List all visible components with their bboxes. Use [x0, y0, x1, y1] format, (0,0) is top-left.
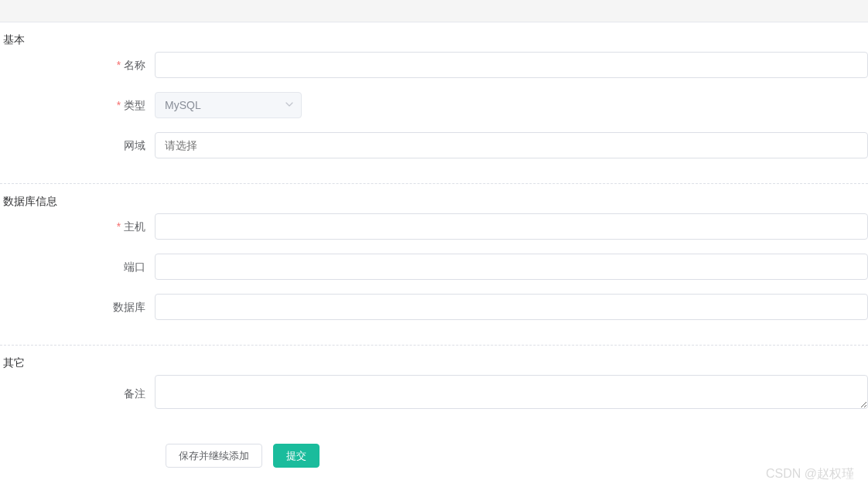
- textarea-remark[interactable]: [155, 375, 868, 409]
- section-basic-title: 基本: [0, 22, 868, 52]
- input-dbname[interactable]: [155, 294, 868, 320]
- row-type: 类型: [0, 92, 868, 118]
- label-type: 类型: [0, 92, 155, 118]
- top-bar: [0, 0, 868, 22]
- watermark: CSDN @赵权瑾: [766, 466, 854, 482]
- submit-button[interactable]: 提交: [273, 444, 320, 468]
- section-other-title: 其它: [0, 346, 868, 375]
- input-name[interactable]: [155, 52, 868, 78]
- label-remark: 备注: [0, 380, 155, 407]
- button-row: 保存并继续添加 提交: [0, 444, 868, 468]
- row-remark: 备注: [0, 375, 868, 411]
- label-name: 名称: [0, 52, 155, 78]
- section-basic: 基本 名称 类型 网域: [0, 22, 868, 177]
- section-database: 数据库信息 主机 端口 数据库: [0, 184, 868, 339]
- form-container: 基本 名称 类型 网域: [0, 22, 868, 468]
- row-port: 端口: [0, 254, 868, 280]
- select-type[interactable]: [155, 92, 302, 118]
- section-database-title: 数据库信息: [0, 184, 868, 213]
- select-type-wrapper: [155, 92, 302, 118]
- label-port: 端口: [0, 254, 155, 280]
- row-host: 主机: [0, 213, 868, 240]
- label-host: 主机: [0, 213, 155, 240]
- label-domain: 网域: [0, 132, 155, 158]
- row-dbname: 数据库: [0, 294, 868, 320]
- input-host[interactable]: [155, 213, 868, 240]
- input-port[interactable]: [155, 254, 868, 280]
- save-continue-button[interactable]: 保存并继续添加: [166, 444, 262, 468]
- select-domain[interactable]: [155, 132, 868, 158]
- label-dbname: 数据库: [0, 294, 155, 320]
- row-name: 名称: [0, 52, 868, 78]
- section-other: 其它 备注: [0, 346, 868, 430]
- row-domain: 网域: [0, 132, 868, 158]
